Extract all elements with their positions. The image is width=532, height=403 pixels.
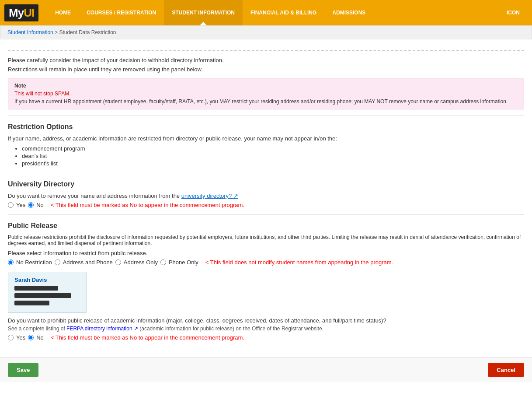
restriction-options-header: Restriction Options bbox=[8, 123, 524, 131]
section-line-3 bbox=[8, 214, 524, 215]
university-directory-link[interactable]: university directory? ↗ bbox=[181, 193, 238, 199]
public-release-address-only-label[interactable]: Address Only bbox=[124, 259, 158, 266]
note-title: Note bbox=[14, 83, 518, 89]
ferpa-prefix: See a complete listing of bbox=[8, 326, 66, 332]
dashed-divider bbox=[8, 50, 524, 51]
public-release-no-restriction-label[interactable]: No Restriction bbox=[16, 259, 52, 266]
public-release-no-restriction-radio[interactable] bbox=[8, 259, 14, 265]
footer-bar: Save Cancel bbox=[0, 357, 532, 382]
list-item-commencement: commencement program bbox=[22, 145, 524, 152]
university-directory-warning: < This field must be marked as No to app… bbox=[51, 202, 244, 208]
redacted-line-2 bbox=[14, 293, 71, 298]
list-item-deans: dean's list bbox=[22, 153, 524, 159]
breadcrumb-parent-link[interactable]: Student Information bbox=[7, 29, 53, 35]
university-directory-yes-radio[interactable] bbox=[8, 202, 14, 208]
nav-courses[interactable]: COURSES / REGISTRATION bbox=[79, 0, 164, 25]
address-card: Sarah Davis bbox=[8, 272, 87, 313]
ferpa-suffix: (academic information for public release… bbox=[139, 326, 323, 332]
nav-financial-aid[interactable]: FINANCIAL AID & BILLING bbox=[243, 0, 324, 25]
restriction-options-list: commencement program dean's list preside… bbox=[22, 145, 524, 167]
university-directory-question: Do you want to remove your name and addr… bbox=[8, 193, 524, 199]
breadcrumb-separator: > bbox=[55, 29, 58, 35]
university-directory-yes-label[interactable]: Yes bbox=[16, 202, 25, 208]
main-content: Please carefully consider the impact of … bbox=[0, 39, 532, 349]
public-release-select-label: Please select information to restrict fr… bbox=[8, 250, 524, 256]
public-release-desc: Public release restrictions prohibit the… bbox=[8, 234, 524, 246]
nav-student-information[interactable]: STUDENT INFORMATION bbox=[164, 0, 243, 25]
ferpa-note: See a complete listing of FERPA director… bbox=[8, 326, 524, 332]
intro-line1: Please carefully consider the impact of … bbox=[8, 57, 524, 63]
ferpa-ext-icon: ↗ bbox=[134, 326, 138, 332]
ext-link-icon: ↗ bbox=[233, 193, 238, 199]
academic-question: Do you want to prohibit public release o… bbox=[8, 317, 524, 324]
logo-my: My bbox=[9, 6, 24, 19]
note-box: Note This will not stop SPAM. If you hav… bbox=[8, 78, 524, 109]
university-directory-radio-group: Yes No < This field must be marked as No… bbox=[8, 202, 524, 208]
academic-release-warning: < This field must be marked as No to app… bbox=[51, 334, 244, 341]
university-directory-no-label[interactable]: No bbox=[36, 202, 44, 208]
note-body: If you have a current HR appointment (st… bbox=[14, 98, 518, 105]
restriction-options-desc: If your name, address, or academic infor… bbox=[8, 135, 524, 142]
intro-line2: Restrictions will remain in place until … bbox=[8, 66, 524, 73]
address-line-3 bbox=[14, 301, 80, 308]
address-line-2 bbox=[14, 293, 80, 301]
nav-icon-label: ICON bbox=[499, 10, 528, 16]
address-card-name: Sarah Davis bbox=[14, 277, 80, 283]
public-release-address-phone-label[interactable]: Address and Phone bbox=[63, 259, 113, 266]
public-release-header: Public Release bbox=[8, 222, 524, 230]
section-line-2 bbox=[8, 173, 524, 173]
nav-home[interactable]: HOME bbox=[47, 0, 79, 25]
question-prefix: Do you want to remove your name and addr… bbox=[8, 193, 181, 199]
public-release-warning: < This field does not modify student nam… bbox=[205, 259, 393, 266]
public-release-radio-group: No Restriction Address and Phone Address… bbox=[8, 259, 524, 266]
academic-release-radio-group: Yes No < This field must be marked as No… bbox=[8, 334, 524, 341]
nav-links: HOME COURSES / REGISTRATION STUDENT INFO… bbox=[47, 0, 499, 25]
list-item-presidents: president's list bbox=[22, 160, 524, 167]
logo[interactable]: MyUI bbox=[4, 4, 38, 21]
academic-release-yes-label[interactable]: Yes bbox=[16, 334, 25, 341]
university-directory-header: University Directory bbox=[8, 180, 524, 188]
public-release-address-phone-radio[interactable] bbox=[55, 259, 60, 265]
academic-release-yes-radio[interactable] bbox=[8, 335, 14, 340]
save-button[interactable]: Save bbox=[8, 363, 38, 377]
nav-admissions[interactable]: ADMISSIONS bbox=[324, 0, 373, 25]
section-line-1 bbox=[8, 116, 524, 116]
academic-release-no-radio[interactable] bbox=[28, 335, 34, 340]
logo-ui: UI bbox=[24, 6, 34, 19]
breadcrumb-current: Student Data Restriction bbox=[59, 29, 116, 35]
ferpa-link[interactable]: FERPA directory information ↗ bbox=[66, 326, 138, 332]
breadcrumb: Student Information > Student Data Restr… bbox=[0, 25, 532, 39]
redacted-line-1 bbox=[14, 286, 58, 291]
address-line-1 bbox=[14, 286, 80, 293]
public-release-phone-only-radio[interactable] bbox=[160, 259, 166, 265]
navigation-bar: MyUI HOME COURSES / REGISTRATION STUDENT… bbox=[0, 0, 532, 25]
redacted-line-3 bbox=[14, 301, 49, 305]
academic-release-no-label[interactable]: No bbox=[36, 334, 44, 341]
university-directory-no-radio[interactable] bbox=[28, 202, 34, 208]
note-spam: This will not stop SPAM. bbox=[14, 91, 518, 97]
cancel-button[interactable]: Cancel bbox=[488, 363, 524, 377]
public-release-phone-only-label[interactable]: Phone Only bbox=[169, 259, 198, 266]
public-release-address-only-radio[interactable] bbox=[115, 259, 121, 265]
